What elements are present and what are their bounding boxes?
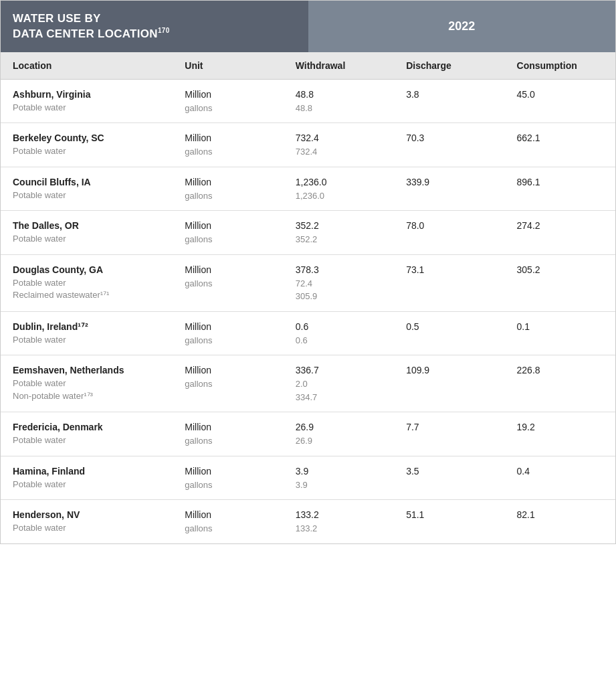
location-name: Fredericia, Denmark [13,420,161,434]
table-row: Henderson, NVPotable waterMilliongallons… [1,500,615,543]
table-title: WATER USE BYDATA CENTER LOCATION170 [13,11,296,41]
location-cell: The Dalles, ORPotable water [1,218,173,246]
withdrawal-main: 0.6 [296,320,382,334]
consumption-value: 19.2 [517,422,535,432]
discharge-value: 7.7 [406,422,419,432]
location-sublabel: Potable water [13,233,161,245]
withdrawal-cell: 378.372.4305.9 [284,262,394,305]
withdrawal-sub: 2.0 [296,377,382,391]
consumption-cell: 45.0 [505,86,615,103]
location-name: Ashburn, Virginia [13,88,161,102]
location-sublabel: Potable water [13,189,161,201]
column-headers: Location Unit Withdrawal Discharge Consu… [1,52,615,80]
withdrawal-sub: 1,236.0 [296,189,382,203]
withdrawal-main: 26.9 [296,420,382,434]
location-cell: Council Bluffs, IAPotable water [1,174,173,203]
table-row: Council Bluffs, IAPotable waterMillionga… [1,167,615,211]
unit-sub: gallons [185,522,271,535]
withdrawal-cell: 3.93.9 [284,463,394,493]
unit-sub: gallons [185,145,271,159]
unit-sub: gallons [185,434,271,448]
withdrawal-main: 352.2 [296,219,382,233]
withdrawal-cell: 352.2352.2 [284,218,394,248]
location-name: Council Bluffs, IA [13,175,161,189]
unit-main: Million [185,131,271,145]
unit-cell: Milliongallons [173,86,283,116]
withdrawal-cell: 0.60.6 [284,319,394,349]
location-cell: Henderson, NVPotable water [1,507,173,535]
consumption-cell: 0.1 [505,319,615,335]
discharge-cell: 339.9 [394,174,504,191]
consumption-cell: 82.1 [505,507,615,523]
withdrawal-sub: 72.4 [296,277,382,290]
withdrawal-main: 3.9 [296,464,382,479]
location-sublabel: Potable water [13,334,161,346]
location-cell: Hamina, FinlandPotable water [1,463,173,492]
unit-cell: Milliongallons [173,262,283,292]
location-sublabel: Potable water [13,145,161,157]
unit-main: Million [185,363,271,377]
location-name: Dublin, Ireland¹⁷² [13,320,161,334]
unit-cell: Milliongallons [173,362,283,392]
withdrawal-sub: 334.7 [296,391,382,404]
table-row: Ashburn, VirginiaPotable waterMilliongal… [1,80,615,124]
consumption-cell: 19.2 [505,419,615,436]
table-row: Berkeley County, SCPotable waterMilliong… [1,123,615,167]
table-title-cell: WATER USE BYDATA CENTER LOCATION170 [1,1,308,52]
withdrawal-sub: 3.9 [296,479,382,492]
consumption-cell: 0.4 [505,463,615,480]
discharge-value: 3.5 [406,466,419,477]
location-name: The Dalles, OR [13,219,161,233]
location-sublabel: Potable water [13,434,161,446]
unit-cell: Milliongallons [173,419,283,449]
withdrawal-main: 336.7 [296,363,382,377]
withdrawal-sub: 732.4 [296,145,382,159]
discharge-cell: 0.5 [394,319,504,335]
withdrawal-cell: 732.4732.4 [284,130,394,160]
discharge-cell: 73.1 [394,262,504,278]
location-sublabel: Potable water [13,277,161,289]
col-header-withdrawal: Withdrawal [284,59,394,72]
withdrawal-cell: 133.2133.2 [284,507,394,537]
consumption-value: 82.1 [517,509,535,520]
location-sublabel: Potable water [13,479,161,491]
unit-cell: Milliongallons [173,463,283,493]
withdrawal-sub: 26.9 [296,434,382,448]
withdrawal-cell: 26.926.9 [284,419,394,449]
withdrawal-sub: 352.2 [296,233,382,246]
consumption-value: 0.4 [517,466,530,477]
col-header-consumption: Consumption [505,59,615,72]
unit-sub: gallons [185,189,271,203]
withdrawal-sub: 48.8 [296,102,382,115]
withdrawal-main: 378.3 [296,263,382,277]
discharge-value: 51.1 [406,509,424,520]
discharge-value: 73.1 [406,264,424,275]
location-name: Berkeley County, SC [13,131,161,145]
unit-cell: Milliongallons [173,218,283,248]
discharge-cell: 51.1 [394,507,504,523]
discharge-value: 70.3 [406,133,424,143]
unit-main: Million [185,175,271,189]
unit-main: Million [185,508,271,522]
consumption-cell: 226.8 [505,362,615,379]
discharge-cell: 3.8 [394,86,504,103]
location-cell: Douglas County, GAPotable waterReclaimed… [1,262,173,303]
discharge-cell: 7.7 [394,419,504,436]
location-sublabel: Potable water [13,377,161,390]
unit-main: Million [185,88,271,102]
location-cell: Ashburn, VirginiaPotable water [1,86,173,115]
col-header-unit: Unit [173,59,283,72]
discharge-value: 78.0 [406,220,424,231]
consumption-cell: 662.1 [505,130,615,147]
unit-main: Million [185,263,271,277]
water-use-table: WATER USE BYDATA CENTER LOCATION170 2022… [0,0,616,544]
location-sublabel: Potable water [13,102,161,114]
consumption-value: 0.1 [517,321,530,332]
discharge-cell: 78.0 [394,218,504,234]
col-header-discharge: Discharge [394,59,504,72]
unit-sub: gallons [185,233,271,246]
unit-sub: gallons [185,377,271,391]
consumption-value: 896.1 [517,177,540,187]
location-sublabel: Potable water [13,522,161,534]
table-row: Douglas County, GAPotable waterReclaimed… [1,255,615,312]
